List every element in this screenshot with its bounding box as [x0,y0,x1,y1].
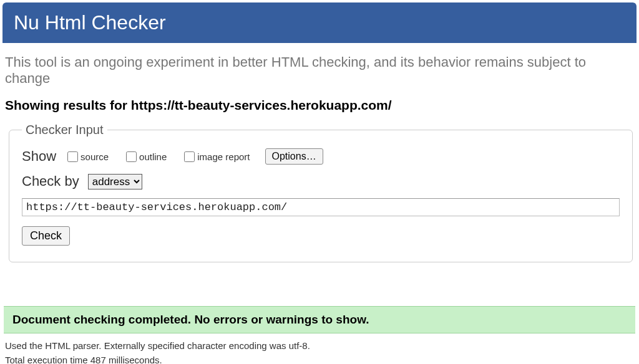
image-report-checkbox-label[interactable]: image report [182,150,250,164]
source-checkbox-label[interactable]: source [65,150,109,164]
app-title: Nu Html Checker [14,11,166,34]
source-checkbox[interactable] [67,151,78,162]
show-row: Show source outline image report Options… [22,148,620,165]
options-button[interactable]: Options… [265,148,323,165]
page-header: Nu Html Checker [2,2,637,43]
outline-checkbox-text: outline [139,151,167,162]
checker-legend: Checker Input [22,123,107,137]
check-by-label: Check by [22,173,79,189]
outline-checkbox-label[interactable]: outline [124,150,167,164]
checker-input-fieldset: Checker Input Show source outline image … [9,123,633,262]
url-input[interactable] [22,198,620,216]
check-button[interactable]: Check [22,226,70,246]
outline-checkbox[interactable] [126,151,137,162]
status-success: Document checking completed. No errors o… [4,306,635,333]
image-report-checkbox[interactable] [184,151,195,162]
check-by-select[interactable]: address [88,174,142,189]
execution-time: Total execution time 487 milliseconds. [0,353,639,364]
check-by-row: Check by address [22,173,620,189]
parser-info: Used the HTML parser. Externally specifi… [0,338,639,353]
intro-text: This tool is an ongoing experiment in be… [0,43,639,92]
image-report-checkbox-text: image report [197,151,250,162]
results-heading: Showing results for https://tt-beauty-se… [0,92,639,123]
show-label: Show [22,148,56,165]
source-checkbox-text: source [80,151,109,162]
